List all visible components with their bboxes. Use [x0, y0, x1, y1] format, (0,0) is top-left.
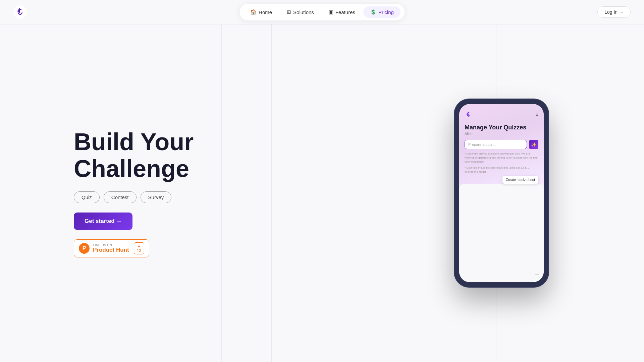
- product-hunt-badge[interactable]: P FIND US ON Product Hunt ▲ 13: [74, 239, 149, 257]
- navigation: 🏠 Home ⊞ Solutions ▣ Features 💲 Pricing: [239, 4, 405, 20]
- home-icon: 🏠: [250, 9, 257, 15]
- nav-home[interactable]: 🏠 Home: [244, 6, 279, 18]
- phone-screen-title: Manage Your Quizzes: [465, 124, 538, 131]
- product-hunt-logo: P: [79, 243, 90, 254]
- logo-area: [13, 5, 27, 19]
- nav-pricing-label: Pricing: [378, 9, 394, 15]
- tag-row: Quiz Contest Survey: [74, 191, 359, 203]
- phone-submit-button[interactable]: ✨: [529, 140, 538, 149]
- phone-menu-icon[interactable]: ≡: [536, 112, 538, 117]
- main-content: Build Your Challenge Quiz Contest Survey…: [0, 24, 644, 362]
- hero-title-line1: Build Your: [74, 128, 194, 155]
- phone-input-row: Prepare a quiz ... ✨: [465, 140, 538, 149]
- phone-drag-icon: ✛: [535, 272, 539, 278]
- product-hunt-text: FIND US ON Product Hunt: [93, 243, 129, 253]
- phone-info-text-2: * Quiz title should be descriptive and u…: [465, 166, 538, 174]
- phone-mockup: ≡ Manage Your Quizzes Alice Prepare a qu…: [454, 99, 548, 287]
- solutions-icon: ⊞: [287, 9, 291, 15]
- phone-content-area: [459, 184, 544, 282]
- phone-screen: ≡ Manage Your Quizzes Alice Prepare a qu…: [459, 104, 544, 282]
- nav-solutions-label: Solutions: [293, 9, 314, 15]
- nav-solutions[interactable]: ⊞ Solutions: [280, 6, 321, 18]
- phone-info-text-1: * Maximum only 20 questions allowed per …: [465, 152, 538, 164]
- tag-quiz[interactable]: Quiz: [74, 191, 100, 203]
- phone-screen-subtitle: Alice: [465, 132, 538, 136]
- hero-title-line2: Challenge: [74, 155, 189, 182]
- upvote-arrow-icon: ▲: [137, 244, 141, 248]
- login-button[interactable]: Log In →: [597, 6, 631, 18]
- pricing-icon: 💲: [370, 9, 376, 15]
- logo-icon: [13, 5, 27, 19]
- hero-section: Build Your Challenge Quiz Contest Survey…: [0, 129, 359, 257]
- features-icon: ▣: [329, 9, 333, 15]
- phone-app-logo: [465, 111, 473, 119]
- nav-features[interactable]: ▣ Features: [322, 6, 362, 18]
- phone-tooltip: Create a quiz about: [502, 176, 538, 184]
- phone-app-header: ≡: [465, 111, 538, 119]
- product-hunt-name: Product Hunt: [93, 247, 129, 253]
- phone-mockup-section: ≡ Manage Your Quizzes Alice Prepare a qu…: [359, 99, 644, 287]
- nav-pricing[interactable]: 💲 Pricing: [363, 6, 400, 18]
- nav-home-label: Home: [259, 9, 272, 15]
- get-started-button[interactable]: Get started →: [74, 213, 132, 230]
- phone-quiz-input[interactable]: Prepare a quiz ...: [465, 140, 527, 149]
- tag-survey[interactable]: Survey: [141, 191, 172, 203]
- nav-features-label: Features: [335, 9, 355, 15]
- product-hunt-upvote[interactable]: ▲ 13: [134, 242, 144, 254]
- upvote-count: 13: [137, 248, 141, 253]
- product-hunt-find-us: FIND US ON: [93, 243, 129, 247]
- hero-title: Build Your Challenge: [74, 129, 359, 182]
- header: 🏠 Home ⊞ Solutions ▣ Features 💲 Pricing …: [0, 0, 644, 24]
- phone-magic-icon: ✨: [531, 142, 536, 147]
- tag-contest[interactable]: Contest: [104, 191, 137, 203]
